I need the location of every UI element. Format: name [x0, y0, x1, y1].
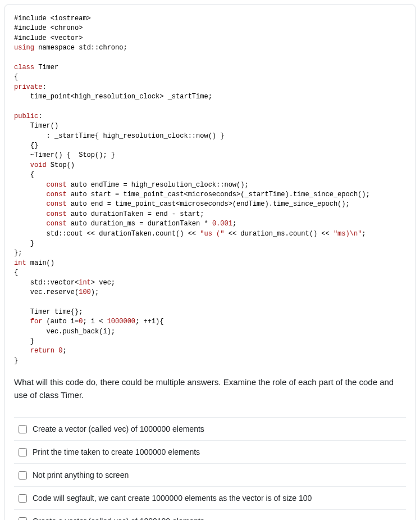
- code-line: }: [14, 337, 34, 345]
- code-kw: private: [14, 83, 42, 91]
- answer-option[interactable]: Code will segfault, we cant create 10000…: [14, 486, 406, 509]
- code-text: ; i <: [83, 318, 107, 325]
- answer-label: Print the time taken to create 1000000 e…: [33, 447, 200, 456]
- code-str: "us (": [200, 230, 224, 238]
- code-kw: const: [47, 210, 67, 218]
- code-text: Stop(): [47, 161, 75, 169]
- code-line: #include <vector>: [14, 34, 83, 42]
- code-line: time_point<high_resolution_clock> _start…: [14, 93, 212, 101]
- code-text: );: [91, 288, 99, 296]
- code-kw: int: [79, 279, 91, 287]
- code-text: [14, 161, 30, 169]
- answer-checkbox[interactable]: [19, 494, 27, 503]
- code-text: :: [38, 112, 42, 120]
- code-text: auto duration_ms = durationTaken *: [67, 220, 212, 228]
- code-text: ;: [232, 220, 236, 228]
- code-text: std::cout << durationTaken.count() <<: [14, 230, 200, 238]
- code-str: "ms)\n": [334, 230, 362, 238]
- code-line: vec.push_back(i);: [14, 328, 115, 336]
- code-text: auto durationTaken = end - start;: [67, 210, 204, 218]
- code-num: 1000000: [107, 318, 135, 325]
- answer-label: Create a vector (called vec) of 1000000 …: [33, 424, 204, 433]
- answer-checkbox[interactable]: [19, 448, 27, 456]
- code-kw: public: [14, 112, 38, 120]
- code-kw: void: [30, 161, 47, 169]
- code-kw: for: [30, 318, 43, 325]
- answer-checkbox[interactable]: [19, 517, 27, 520]
- code-kw: using: [14, 44, 34, 52]
- question-text: What will this code do, there could be m…: [14, 376, 406, 401]
- code-text: [14, 210, 47, 218]
- code-text: [14, 347, 30, 355]
- code-text: auto end = time_point_cast<microseconds>…: [67, 200, 350, 208]
- code-text: :: [42, 83, 46, 91]
- answer-option[interactable]: Create a vector (called vec) of 1000000 …: [14, 417, 406, 440]
- code-text: ; ++i){: [135, 318, 163, 325]
- code-kw: class: [14, 64, 34, 71]
- answer-label: Create a vector (called vec) of 1000100 …: [33, 517, 204, 520]
- code-line: };: [14, 249, 22, 257]
- code-text: [14, 181, 47, 189]
- code-line: #include <chrono>: [14, 24, 83, 32]
- code-line: {: [14, 171, 34, 179]
- question-card: #include <iostream> #include <chrono> #i…: [4, 4, 416, 520]
- answer-label: Not print anything to screen: [33, 471, 129, 480]
- code-kw: const: [47, 181, 67, 189]
- answer-option[interactable]: Print the time taken to create 1000000 e…: [14, 440, 406, 463]
- code-line: ~Timer() { Stop(); }: [14, 151, 115, 159]
- code-text: auto endTime = high_resolution_clock::no…: [67, 181, 249, 189]
- code-text: main(): [26, 259, 54, 267]
- code-text: vec.reserve(: [14, 288, 79, 296]
- answer-option[interactable]: Create a vector (called vec) of 1000100 …: [14, 509, 406, 520]
- code-line: : _startTime{ high_resolution_clock::now…: [14, 132, 224, 140]
- answer-checkbox[interactable]: [19, 471, 27, 480]
- code-text: (auto i=: [42, 318, 79, 325]
- code-line: {}: [14, 142, 38, 150]
- code-text: [14, 318, 30, 325]
- code-line: {: [14, 269, 18, 277]
- code-kw: const: [47, 191, 67, 198]
- answer-option[interactable]: Not print anything to screen: [14, 463, 406, 486]
- code-kw: return: [30, 347, 54, 355]
- code-kw: int: [14, 259, 26, 267]
- code-text: [14, 220, 47, 228]
- code-text: ;: [362, 230, 366, 238]
- code-text: namespace std::chrono;: [34, 44, 127, 52]
- code-line: Timer(): [14, 122, 58, 130]
- code-kw: const: [47, 200, 67, 208]
- code-kw: const: [47, 220, 67, 228]
- code-text: std::vector<: [14, 279, 79, 287]
- code-line: Timer time{};: [14, 308, 83, 316]
- code-text: [14, 191, 47, 198]
- code-line: }: [14, 239, 34, 247]
- code-line: }: [14, 357, 18, 365]
- code-text: ;: [62, 347, 66, 355]
- code-num: 100: [79, 288, 91, 296]
- code-num: 0.001: [212, 220, 232, 228]
- code-text: << duration_ms.count() <<: [224, 230, 333, 238]
- code-text: > vec;: [91, 279, 115, 287]
- answer-label: Code will segfault, we cant create 10000…: [33, 494, 312, 503]
- code-text: auto start = time_point_cast<microsecond…: [67, 191, 370, 198]
- code-block: #include <iostream> #include <chrono> #i…: [14, 14, 406, 366]
- answer-checkbox[interactable]: [19, 425, 27, 433]
- code-line: #include <iostream>: [14, 15, 91, 22]
- code-text: Timer: [34, 64, 58, 71]
- code-line: {: [14, 73, 18, 81]
- code-text: [14, 200, 47, 208]
